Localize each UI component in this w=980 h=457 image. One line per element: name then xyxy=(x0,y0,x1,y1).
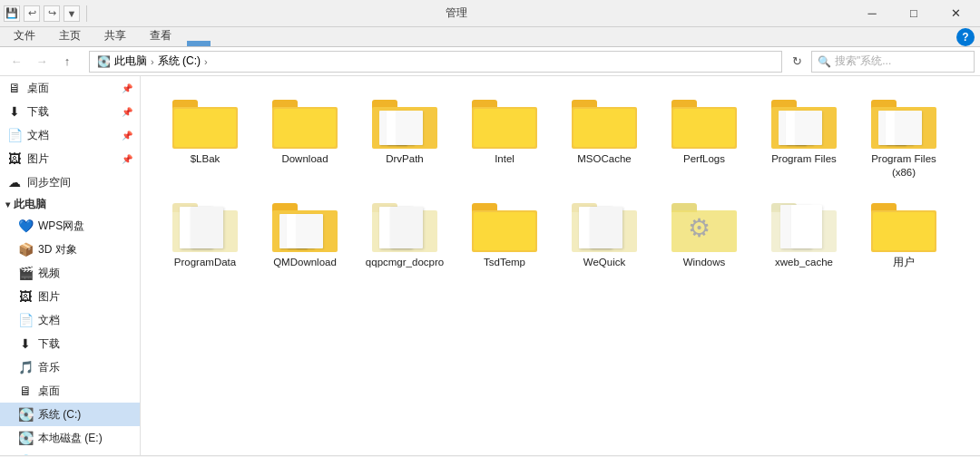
search-icon: 🔍 xyxy=(818,55,831,68)
network-icon: 🌐 xyxy=(18,454,33,455)
folder-item[interactable]: WeQuick xyxy=(554,190,654,275)
folder-label: QMDownload xyxy=(273,256,337,269)
folder-item[interactable]: QMDownload xyxy=(255,190,355,275)
title-bar: 💾 ↩ ↪ ▼ 管理 ─ □ ✕ xyxy=(0,0,980,27)
folder-icon xyxy=(172,92,238,151)
sidebar: 🖥 桌面 📌 ⬇ 下载 📌 📄 文档 📌 🖼 图片 📌 ☁ 同步空间 ▾ 此电脑 xyxy=(0,76,141,455)
sidebar-label: 同步空间 xyxy=(27,175,71,190)
sidebar-item-pictures[interactable]: 🖼 图片 xyxy=(0,285,140,308)
ribbon-tab-home[interactable]: 主页 xyxy=(47,25,93,46)
folder-item[interactable]: ⚙ Windows xyxy=(654,190,754,275)
drive-c-icon: 💽 xyxy=(18,407,33,422)
folder-icon xyxy=(272,92,338,151)
path-separator-2: › xyxy=(204,56,208,67)
folder-item[interactable]: Program Files xyxy=(754,87,854,185)
sidebar-item-video[interactable]: 🎬 视频 xyxy=(0,261,140,285)
sidebar-item-download-pinned[interactable]: ⬇ 下载 📌 xyxy=(0,100,140,123)
folder-item[interactable]: qqpcmgr_docpro xyxy=(355,190,455,275)
sidebar-item-documents[interactable]: 📄 文档 xyxy=(0,308,140,332)
folder-icon xyxy=(871,196,936,254)
folder-item[interactable]: Intel xyxy=(455,87,554,185)
sidebar-item-downloads[interactable]: ⬇ 下载 xyxy=(0,332,140,355)
pictures-icon: 🖼 xyxy=(7,151,22,166)
folder-icon xyxy=(472,196,537,254)
maximize-button[interactable]: □ xyxy=(893,0,935,27)
sidebar-label: 桌面 xyxy=(38,384,60,399)
sidebar-item-wps[interactable]: 💙 WPS网盘 xyxy=(0,214,140,238)
folder-label: xweb_cache xyxy=(775,256,833,269)
ribbon-tab-file[interactable]: 文件 xyxy=(2,25,47,46)
drive-e-icon: 💽 xyxy=(18,431,33,445)
window-controls: ─ □ ✕ xyxy=(851,0,976,27)
documents-icon: 📄 xyxy=(18,313,33,327)
address-path[interactable]: 💽 此电脑 › 系统 (C:) › xyxy=(89,51,782,73)
quick-save-icon[interactable]: 💾 xyxy=(4,5,20,22)
sidebar-item-desktop-pinned[interactable]: 🖥 桌面 📌 xyxy=(0,76,140,100)
redo-icon[interactable]: ↪ xyxy=(44,5,60,22)
minimize-button[interactable]: ─ xyxy=(851,0,893,27)
folder-icon xyxy=(372,92,437,151)
path-root[interactable]: 此电脑 xyxy=(114,53,147,69)
folder-icon xyxy=(272,196,338,254)
folder-item[interactable]: TsdTemp xyxy=(455,190,554,275)
folder-icon xyxy=(172,196,238,254)
folder-label: PerfLogs xyxy=(683,152,725,166)
sidebar-label: 图片 xyxy=(27,151,49,167)
folder-item[interactable]: Program Files(x86) xyxy=(854,87,954,185)
cloud-icon: ☁ xyxy=(7,175,22,190)
ribbon-tab-share[interactable]: 共享 xyxy=(93,25,138,46)
sidebar-label: 下载 xyxy=(38,336,60,352)
folder-icon xyxy=(572,92,637,151)
sidebar-item-network[interactable]: 🌐 网络 xyxy=(0,450,140,455)
refresh-button[interactable]: ↻ xyxy=(786,51,808,73)
path-current[interactable]: 系统 (C:) xyxy=(158,53,201,69)
sidebar-item-desktop2[interactable]: 🖥 桌面 xyxy=(0,379,140,403)
sidebar-item-drive-c[interactable]: 💽 系统 (C:) xyxy=(0,403,140,426)
undo-icon[interactable]: ↩ xyxy=(24,5,40,22)
folder-item[interactable]: DrvPath xyxy=(355,87,455,185)
desktop-icon: 🖥 xyxy=(7,81,22,95)
dropdown-icon[interactable]: ▼ xyxy=(64,5,80,22)
help-button[interactable]: ? xyxy=(956,28,975,46)
ribbon-tab-drive-tools[interactable] xyxy=(187,41,211,46)
folder-label: TsdTemp xyxy=(484,256,525,269)
folder-item[interactable]: Download xyxy=(255,87,355,185)
sidebar-label: 图片 xyxy=(38,289,60,305)
sidebar-label: WPS网盘 xyxy=(38,219,84,234)
folder-item[interactable]: ProgramData xyxy=(155,190,255,275)
ribbon-tab-view[interactable]: 查看 xyxy=(138,25,183,46)
up-button[interactable]: ↑ xyxy=(56,51,78,73)
path-separator-1: › xyxy=(151,56,154,67)
sidebar-label: 下载 xyxy=(27,104,49,120)
sidebar-item-3d[interactable]: 📦 3D 对象 xyxy=(0,238,140,261)
pin-icon: 📌 xyxy=(122,131,132,141)
folder-item[interactable]: 用户 xyxy=(854,190,954,275)
address-bar: ← → ↑ 💽 此电脑 › 系统 (C:) › ↻ 🔍 搜索"系统... xyxy=(0,47,980,76)
sidebar-item-pictures-pinned[interactable]: 🖼 图片 📌 xyxy=(0,147,140,170)
folder-label: MSOCache xyxy=(577,152,631,166)
folder-item[interactable]: PerfLogs xyxy=(654,87,754,185)
separator xyxy=(86,5,87,22)
folder-item[interactable]: xweb_cache xyxy=(754,190,854,275)
sidebar-section-pc[interactable]: ▾ 此电脑 xyxy=(0,194,140,214)
folder-item[interactable]: $LBak xyxy=(155,87,255,185)
ribbon-tabs-row: 文件 主页 共享 查看 ? xyxy=(0,27,980,47)
sidebar-item-music[interactable]: 🎵 音乐 xyxy=(0,355,140,379)
folder-label: ProgramData xyxy=(174,256,236,269)
sidebar-item-docs-pinned[interactable]: 📄 文档 📌 xyxy=(0,123,140,147)
close-button[interactable]: ✕ xyxy=(935,0,976,27)
sidebar-item-drive-e[interactable]: 💽 本地磁盘 (E:) xyxy=(0,426,140,450)
folder-label: $LBak xyxy=(191,152,220,166)
search-placeholder: 搜索"系统... xyxy=(835,53,891,69)
folder-label: Download xyxy=(281,152,328,166)
drive-icon: 💽 xyxy=(97,55,111,68)
folder-icon: ⚙ xyxy=(671,196,737,254)
download-icon: ⬇ xyxy=(7,104,22,119)
folder-icon xyxy=(472,92,537,151)
sidebar-label: 音乐 xyxy=(38,360,60,375)
folder-item[interactable]: MSOCache xyxy=(554,87,654,185)
folder-label: Windows xyxy=(683,256,726,269)
folder-icon xyxy=(771,92,837,151)
sidebar-item-sync[interactable]: ☁ 同步空间 xyxy=(0,170,140,194)
search-box[interactable]: 🔍 搜索"系统... xyxy=(811,51,975,73)
